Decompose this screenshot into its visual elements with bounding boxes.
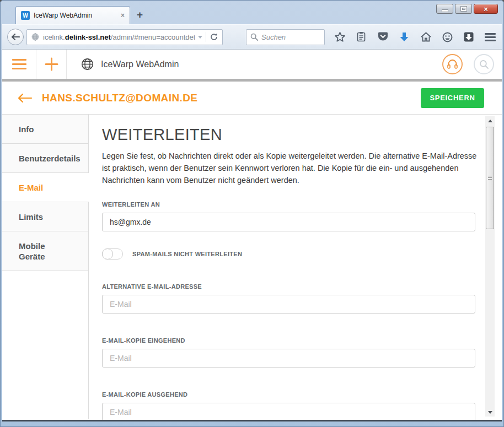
account-header: HANS.SCHULTZ@DOMAIN.DE SPEICHERN <box>2 82 502 115</box>
url-dropdown-icon[interactable] <box>198 36 202 39</box>
account-back-button[interactable] <box>17 93 33 103</box>
app-title: IceWarp WebAdmin <box>101 60 179 69</box>
reload-icon[interactable] <box>210 33 218 41</box>
spam-toggle-label: SPAM-MAILS NICHT WEITERLEITEN <box>132 251 242 257</box>
search-icon <box>250 33 258 41</box>
sidebar-item-benutzerdetails[interactable]: Benutzerdetails <box>2 144 88 173</box>
video-download-icon[interactable] <box>462 30 475 44</box>
site-identity-globe-icon <box>31 33 40 41</box>
browser-window: W IceWarp WebAdmin × + × icelink.delink-… <box>0 0 504 427</box>
toggle-knob <box>102 248 113 260</box>
url-separator <box>206 32 206 42</box>
app-toolbar-right <box>442 54 494 74</box>
url-text[interactable]: icelink.delink-ssl.net/admin/#menu=accou… <box>43 33 195 41</box>
content-row: Info Benutzerdetails E-Mail Limits Mobil… <box>2 115 502 419</box>
plus-icon <box>44 57 59 72</box>
forward-to-input[interactable] <box>102 213 475 231</box>
window-bottom-edge <box>2 420 502 421</box>
maximize-icon <box>461 7 467 11</box>
scrollbar-grip-icon <box>488 176 492 181</box>
headset-icon <box>447 59 458 70</box>
copy-outgoing-label: E-MAIL-KOPIE AUSGEHEND <box>102 391 502 398</box>
reading-list-icon[interactable] <box>355 30 368 44</box>
minimize-icon <box>442 10 448 12</box>
home-icon[interactable] <box>419 30 432 44</box>
copy-outgoing-input[interactable] <box>102 403 475 420</box>
copy-incoming-label: E-MAIL-KOPIE EINGEHEND <box>102 337 502 344</box>
navigation-toolbar: icelink.delink-ssl.net/admin/#menu=accou… <box>2 24 502 50</box>
toolbar-icons <box>333 30 497 44</box>
account-title: HANS.SCHULTZ@DOMAIN.DE <box>42 92 197 104</box>
scroll-down-button[interactable] <box>485 408 495 417</box>
tab-title: IceWarp WebAdmin <box>34 12 117 19</box>
field-forward-to: WEITERLEITEN AN <box>102 201 502 231</box>
page-content: IceWarp WebAdmin HANS.SCHULTZ@DOMAIN.DE … <box>2 50 502 420</box>
sidebar-item-info[interactable]: Info <box>2 115 88 144</box>
scroll-up-button[interactable] <box>485 116 495 125</box>
page-title: WEITERLEITEN <box>102 126 502 144</box>
sidebar: Info Benutzerdetails E-Mail Limits Mobil… <box>2 115 89 419</box>
alt-email-input[interactable] <box>102 295 475 314</box>
app-add-button[interactable] <box>36 50 67 79</box>
search-box[interactable]: Suchen <box>246 29 325 45</box>
spam-toggle[interactable] <box>102 248 123 260</box>
field-copy-outgoing: E-MAIL-KOPIE AUSGEHEND <box>102 391 502 420</box>
browser-tab[interactable]: W IceWarp WebAdmin × <box>15 6 130 24</box>
app-menu-button[interactable] <box>2 50 36 79</box>
app-toolbar: IceWarp WebAdmin <box>2 50 502 79</box>
copy-incoming-input[interactable] <box>102 349 475 367</box>
scroll-up-icon <box>488 120 492 122</box>
back-arrow-icon <box>17 93 33 103</box>
window-controls: × <box>436 4 498 14</box>
download-icon[interactable] <box>398 30 411 44</box>
back-arrow-icon <box>11 34 20 40</box>
alt-email-label: ALTERNATIVE E-MAIL-ADRESSE <box>102 283 502 290</box>
sidebar-item-email[interactable]: E-Mail <box>2 173 89 202</box>
new-tab-button[interactable]: + <box>137 9 143 20</box>
forward-to-label: WEITERLEITEN AN <box>102 201 502 208</box>
url-bar[interactable]: icelink.delink-ssl.net/admin/#menu=accou… <box>26 29 223 45</box>
minimize-button[interactable] <box>436 4 453 14</box>
menu-icon[interactable] <box>484 30 497 44</box>
support-button[interactable] <box>442 54 463 74</box>
url-domain: delink-ssl.net <box>65 33 111 41</box>
field-copy-incoming: E-MAIL-KOPIE EINGEHEND <box>102 337 502 367</box>
url-path: /admin/#menu=accountdetail&accour <box>111 33 195 41</box>
app-search-button[interactable] <box>474 54 494 74</box>
sidebar-item-limits[interactable]: Limits <box>2 202 88 231</box>
app-brand: IceWarp WebAdmin <box>81 58 179 71</box>
sidebar-item-mobile-geraete[interactable]: Mobile Geräte <box>2 231 88 271</box>
content-scrollbar[interactable] <box>485 116 495 417</box>
field-alt-email: ALTERNATIVE E-MAIL-ADRESSE <box>102 283 502 314</box>
app-menu-icon <box>12 59 26 69</box>
hello-smiley-icon[interactable] <box>441 30 454 44</box>
close-button[interactable]: × <box>474 4 498 14</box>
maximize-button[interactable] <box>455 4 472 14</box>
save-button[interactable]: SPEICHERN <box>421 88 484 108</box>
bookmark-star-icon[interactable] <box>333 30 346 44</box>
search-placeholder: Suchen <box>261 33 286 41</box>
scrollbar-thumb[interactable] <box>486 127 494 229</box>
back-button[interactable] <box>7 29 24 45</box>
main-panel: WEITERLEITEN Legen Sie fest, ob Nachrich… <box>89 115 502 419</box>
scroll-down-icon <box>488 411 492 414</box>
globe-icon <box>81 58 94 71</box>
url-prefix: icelink. <box>43 33 65 41</box>
spam-toggle-row: SPAM-MAILS NICHT WEITERLEITEN <box>102 248 502 260</box>
app-search-icon <box>479 60 489 69</box>
tab-favicon: W <box>21 11 30 20</box>
title-bar: W IceWarp WebAdmin × + × <box>0 0 504 24</box>
pocket-icon[interactable] <box>376 30 389 44</box>
tab-close-icon[interactable]: × <box>121 12 125 19</box>
page-description: Legen Sie fest, ob Nachrichten direkt od… <box>102 150 485 186</box>
